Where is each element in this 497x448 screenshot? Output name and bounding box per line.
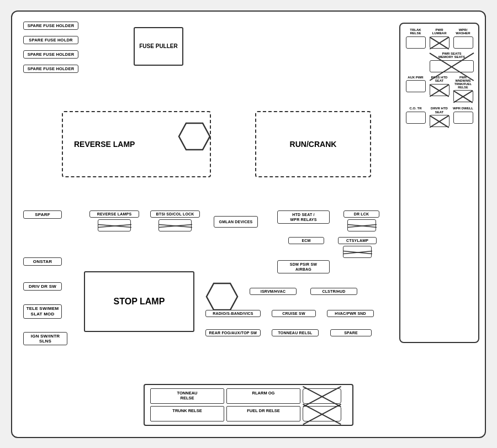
rear-fog-label: REAR FOG/AUX/TOP SW [205,329,261,336]
pass-htd-fuse [430,84,450,96]
drvr-htd-label: DRVR HTDSEAT [431,107,448,114]
ctsylamp-fuse [343,246,372,258]
left-tele-sw: TELE SW/MEMSLAT MOD [23,304,62,319]
right-panel-row1: TRLAKRELSE PWRLUMBAR WPR/WASHER [404,27,475,50]
sdm-label: SDM PSIR SWAIRBAG [277,260,330,273]
co-tr-fuse [406,112,426,124]
gmlan-label: GMLAN DEVICES [214,216,258,228]
hexagon-1 [178,122,211,151]
spare-fuse-3: SPARE FUSE HOLDER [23,50,78,59]
hvac-label: HVAC/PWR SND [327,310,374,317]
aux-pwr-item: AUX PWR [405,76,426,102]
trlak-relse-fuse [406,36,426,49]
pwr-wndw-item: PWR WNDW/MSTRNK/FUEL RELSE [452,76,474,102]
right-panel: TRLAKRELSE PWRLUMBAR WPR/WASHER PWR SEAT… [399,23,479,343]
drvr-htd-fuse [430,115,450,127]
pwr-seats-item: PWR SEATSMEMORY SEATS [430,52,474,72]
hexagon-2 [205,282,239,311]
pwr-seats-label: PWR SEATSMEMORY SEATS [438,52,465,59]
trunk-relse-label: TRUNK RELSE [150,406,224,421]
fuel-dr-relse-label: FUEL DR RELSE [226,406,300,421]
spare-fuse-1: SPARE FUSE HOLDER [23,22,78,30]
aux-pwr-fuse [406,80,426,92]
reverse-lamps-group: REVERSE LAMPS [89,210,139,231]
svg-marker-9 [207,283,237,310]
bottom-fuse-2 [303,406,341,421]
right-panel-extra-item: PWR SEATSMEMORY SEATS [404,52,475,72]
tonneau-relsl-label: TONNEAU RELSL [272,329,319,336]
right-panel-row2: AUX PWR PASS HTDSEAT PWR WNDW/MSTRNK/FUE… [404,75,475,103]
run-crank-label: RUN/CRANK [290,140,337,149]
ctsylamp-group: CTSYLAMP [338,237,377,258]
tonneau-relse-label: TONNEAURELSE [150,388,224,404]
bottom-fuse-1 [303,388,341,404]
pwr-lumbar-label: PWRLUMBAR [432,28,447,35]
fuse-box: SPARE FUSE HOLDER SPARE FUSE HOLDR SPARE… [18,17,479,431]
main-container: SPARE FUSE HOLDER SPARE FUSE HOLDR SPARE… [11,10,486,438]
radio-label: RADIO/S-BAND/VICS [205,310,261,317]
co-tr-label: C.O. TR [410,107,422,110]
reverse-lamps-fuse [98,219,131,231]
gmlan-group: GMLAN DEVICES [214,216,258,228]
left-driv-dr-sw: DRIV DR SW [23,282,62,291]
svg-marker-0 [179,123,210,150]
ctsylamp-label: CTSYLAMP [338,237,377,244]
pwr-lumbar-item: PWRLUMBAR [429,28,450,49]
spare-fuse-2: SPARE FUSE HOLDR [23,36,78,44]
spare-fuse-4: SPARE FUSE HOLDER [23,65,78,73]
dr-lck-group: DR LCK [343,210,379,231]
trlak-relse-item: TRLAKRELSE [405,28,426,49]
htd-seat-label: HTD SEAT /WPR RELAYS [277,210,330,224]
rlarm-og-label: RLARM OG [226,388,300,404]
pwr-lumbar-fuse [430,36,450,49]
stop-lamp-label: STOP LAMP [114,297,165,307]
pwr-wndw-fuse [453,90,473,102]
cruise-label: CRUISE SW [272,310,316,317]
aux-pwr-label: AUX PWR [408,76,423,80]
dr-lck-fuse [347,219,376,231]
left-sparf: SPARF [23,210,62,219]
wpr-washer-label: WPR/WASHER [456,28,470,35]
stop-lamp-box: STOP LAMP [84,271,194,332]
reverse-lamp-label: REVERSE LAMP [74,139,135,149]
right-panel-row3: C.O. TR DRVR HTDSEAT WPR DWELL [404,106,475,128]
btsi-group: BTSI SD/COL LOCK [150,210,200,231]
co-tr-item: C.O. TR [405,107,426,127]
isrvm-label: ISRVM/HVAC [250,288,297,295]
ecm-label: ECM [288,237,324,244]
trlak-relse-label: TRLAKRELSE [410,28,421,35]
spare-center-label: SPARE [330,329,372,336]
wpr-dwell-item: WPR DWELL [452,107,474,127]
btsi-label: BTSI SD/COL LOCK [150,210,200,218]
wpr-washer-fuse [453,36,473,49]
fuse-puller: FUSE PULLER [134,27,183,66]
wpr-dwell-fuse [453,112,473,124]
drvr-htd-item: DRVR HTDSEAT [429,107,450,127]
dr-lck-label: DR LCK [343,210,379,218]
clstr-label: CLSTR/HUD [310,288,357,295]
wpr-washer-item: WPR/WASHER [452,28,474,49]
pwr-seats-fuse [430,60,474,72]
run-crank-box: RUN/CRANK [255,111,371,177]
left-ign-sw: IGN SW/INTR SLNS [23,332,67,345]
wpr-dwell-label: WPR DWELL [453,107,473,110]
left-onstar: ONSTAR [23,257,62,266]
btsi-fuse [158,219,192,231]
bottom-panel: TONNEAURELSE RLARM OG TRUNK RELSE FUEL D… [144,384,353,426]
reverse-lamps-label: REVERSE LAMPS [89,210,139,218]
